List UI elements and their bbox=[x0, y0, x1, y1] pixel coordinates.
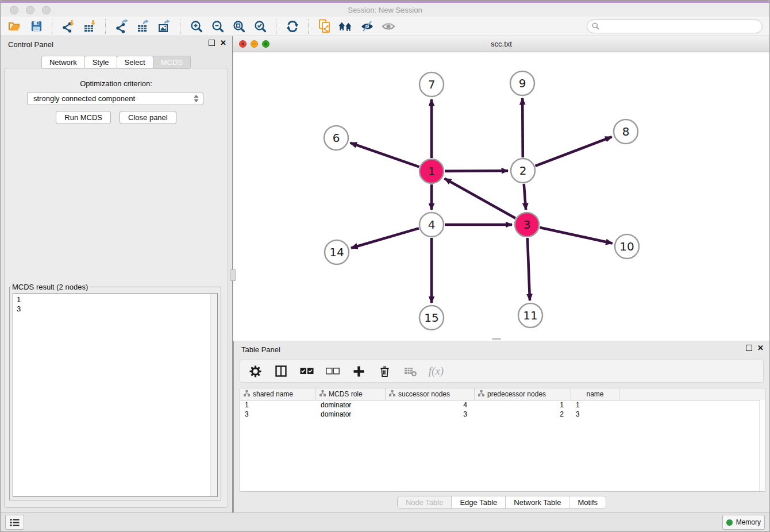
network-window-titlebar[interactable]: × − + scc.txt bbox=[233, 36, 769, 52]
column-header-predecessor-nodes[interactable]: predecessor nodes bbox=[475, 388, 571, 400]
control-panel: Control Panel ✕ NetworkStyleSelectMCDS O… bbox=[1, 36, 233, 512]
tab-motifs[interactable]: Motifs bbox=[569, 496, 606, 508]
column-header-successor-nodes[interactable]: successor nodes bbox=[386, 388, 475, 400]
unselect-all-columns-button[interactable] bbox=[325, 364, 340, 379]
export-image-button[interactable] bbox=[157, 19, 172, 34]
close-table-panel-icon[interactable]: ✕ bbox=[757, 345, 764, 351]
import-table-icon bbox=[83, 20, 97, 33]
graph-node-4[interactable]: 4 bbox=[419, 213, 444, 237]
graph-node-11[interactable]: 11 bbox=[518, 303, 542, 327]
zoom-window-button[interactable] bbox=[42, 6, 51, 14]
network-canvas[interactable]: 7968124314101511 bbox=[233, 52, 769, 341]
graph-node-2[interactable]: 2 bbox=[511, 159, 535, 183]
save-session-button[interactable] bbox=[29, 19, 44, 34]
network-close-button[interactable]: × bbox=[239, 40, 247, 48]
create-column-button[interactable] bbox=[351, 364, 366, 379]
graph-node-8[interactable]: 8 bbox=[614, 119, 638, 144]
import-table-button[interactable] bbox=[82, 19, 97, 34]
delete-table-button[interactable] bbox=[403, 364, 418, 379]
run-mcds-button[interactable]: Run MCDS bbox=[56, 111, 111, 124]
table-row[interactable]: 3dominator323 bbox=[240, 410, 765, 419]
mcds-panel: Optimization criterion: strongly connect… bbox=[4, 68, 228, 508]
graph-node-1[interactable]: 1 bbox=[419, 159, 444, 183]
open-session-button[interactable] bbox=[7, 19, 22, 34]
close-panel-button[interactable]: Close panel bbox=[120, 111, 176, 124]
floppy-disk-icon bbox=[30, 20, 43, 33]
tab-mcds[interactable]: MCDS bbox=[153, 56, 191, 69]
tab-edge-table[interactable]: Edge Table bbox=[452, 496, 506, 508]
delete-column-button[interactable] bbox=[377, 364, 392, 379]
minimize-window-button[interactable] bbox=[26, 6, 34, 14]
function-builder-button[interactable]: f(x) bbox=[429, 364, 444, 379]
graph-node-9[interactable]: 9 bbox=[510, 71, 534, 95]
cell-name: 3 bbox=[571, 410, 619, 418]
network-graph: 7968124314101511 bbox=[233, 52, 769, 341]
column-header-mcds-role[interactable]: MCDS role bbox=[316, 388, 386, 400]
mcds-result-textarea[interactable]: 13 bbox=[13, 293, 218, 497]
network-maximize-button[interactable]: + bbox=[262, 40, 270, 48]
graph-edge-3-11[interactable] bbox=[528, 238, 530, 300]
criterion-select[interactable]: strongly connected component bbox=[27, 92, 203, 105]
network-minimize-button[interactable]: − bbox=[251, 40, 258, 48]
graph-node-15[interactable]: 15 bbox=[419, 306, 444, 330]
select-all-columns-button[interactable] bbox=[299, 364, 314, 379]
graph-edge-2-9[interactable] bbox=[522, 98, 523, 157]
table-settings-button[interactable] bbox=[248, 364, 263, 379]
zoom-in-button[interactable] bbox=[189, 19, 204, 34]
first-neighbors-button[interactable] bbox=[338, 19, 353, 34]
graph-edge-3-1[interactable] bbox=[445, 179, 515, 218]
node-label: 1 bbox=[428, 164, 436, 178]
table-scrollbar[interactable] bbox=[759, 400, 765, 491]
result-scrollbar[interactable] bbox=[210, 294, 217, 496]
column-header-name[interactable]: name bbox=[571, 388, 619, 400]
tab-select[interactable]: Select bbox=[117, 56, 153, 69]
graph-edge-1-6[interactable] bbox=[351, 143, 419, 167]
float-panel-icon[interactable] bbox=[209, 40, 215, 46]
canvas-scroll-handle[interactable] bbox=[492, 338, 501, 340]
task-history-button[interactable] bbox=[5, 515, 24, 530]
hide-selected-button[interactable] bbox=[360, 19, 375, 34]
graph-edge-3-10[interactable] bbox=[540, 228, 613, 244]
panel-splitter-handle[interactable] bbox=[230, 269, 236, 281]
float-table-panel-icon[interactable] bbox=[746, 345, 752, 351]
search-box[interactable] bbox=[587, 20, 763, 33]
import-network-button[interactable] bbox=[61, 19, 76, 34]
graph-edge-2-8[interactable] bbox=[536, 137, 612, 166]
node-label: 14 bbox=[329, 245, 344, 259]
column-label: name bbox=[586, 390, 603, 398]
graph-node-14[interactable]: 14 bbox=[325, 240, 349, 264]
graph-node-10[interactable]: 10 bbox=[615, 234, 639, 259]
zoom-fit-button[interactable] bbox=[232, 19, 247, 34]
cell-name: 1 bbox=[571, 401, 619, 409]
graph-node-7[interactable]: 7 bbox=[419, 72, 444, 97]
application-window: Session: New Session Control Panel bbox=[0, 0, 770, 532]
columns-icon bbox=[275, 365, 287, 377]
close-window-button[interactable] bbox=[10, 6, 18, 14]
apply-layout-button[interactable] bbox=[285, 19, 300, 34]
memory-button[interactable]: Memory bbox=[722, 515, 765, 530]
search-input[interactable] bbox=[602, 22, 757, 31]
zoom-selected-button[interactable] bbox=[253, 19, 268, 34]
table-row[interactable]: 1dominator411 bbox=[240, 400, 765, 410]
show-all-button[interactable] bbox=[381, 19, 396, 34]
zoom-out-button[interactable] bbox=[210, 19, 225, 34]
tab-network[interactable]: Network bbox=[41, 56, 85, 69]
clone-network-button[interactable] bbox=[317, 19, 332, 34]
graph-edge-2-3[interactable] bbox=[524, 184, 526, 210]
node-label: 2 bbox=[519, 164, 527, 178]
column-header-shared-name[interactable]: shared name bbox=[240, 388, 316, 400]
cell-mcds-role: dominator bbox=[316, 401, 386, 409]
tab-network-table[interactable]: Network Table bbox=[506, 496, 569, 508]
show-column-panel-button[interactable] bbox=[274, 364, 288, 379]
close-panel-icon[interactable]: ✕ bbox=[220, 40, 226, 46]
graph-edge-4-14[interactable] bbox=[351, 228, 419, 248]
export-network-button[interactable] bbox=[114, 19, 129, 34]
control-panel-title: Control Panel bbox=[8, 40, 53, 49]
node-table: shared nameMCDS rolesuccessor nodesprede… bbox=[240, 388, 765, 492]
tab-style[interactable]: Style bbox=[84, 56, 117, 69]
graph-edge-1-2[interactable] bbox=[445, 171, 508, 171]
graph-node-6[interactable]: 6 bbox=[324, 126, 348, 150]
tab-node-table[interactable]: Node Table bbox=[398, 496, 452, 508]
graph-node-3[interactable]: 3 bbox=[515, 213, 539, 237]
export-table-button[interactable] bbox=[136, 19, 151, 34]
